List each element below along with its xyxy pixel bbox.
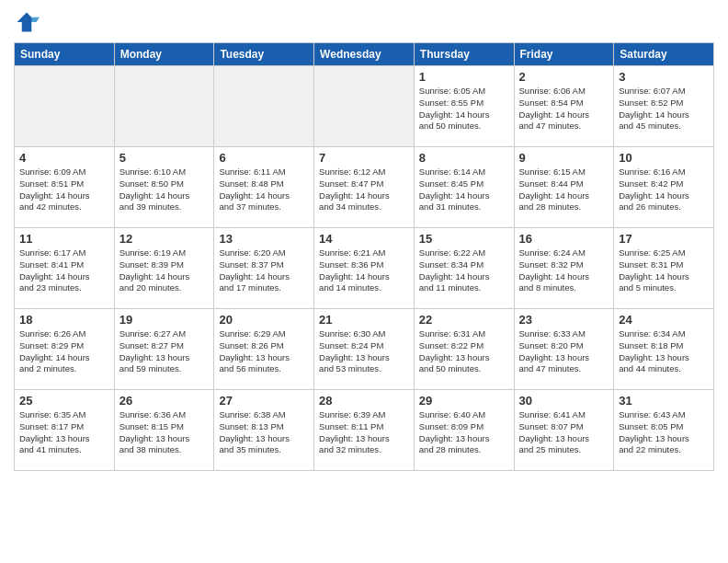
day-number: 11: [19, 232, 109, 246]
day-number: 31: [619, 394, 709, 408]
day-detail: Sunrise: 6:29 AM Sunset: 8:26 PM Dayligh…: [219, 328, 309, 375]
day-number: 15: [419, 232, 509, 246]
calendar-cell: [114, 66, 214, 147]
calendar-cell: 22Sunrise: 6:31 AM Sunset: 8:22 PM Dayli…: [414, 309, 514, 390]
calendar-cell: 29Sunrise: 6:40 AM Sunset: 8:09 PM Dayli…: [414, 390, 514, 471]
calendar-cell: 30Sunrise: 6:41 AM Sunset: 8:07 PM Dayli…: [514, 390, 614, 471]
day-number: 8: [419, 151, 509, 165]
day-detail: Sunrise: 6:05 AM Sunset: 8:55 PM Dayligh…: [419, 86, 509, 132]
calendar-cell: 21Sunrise: 6:30 AM Sunset: 8:24 PM Dayli…: [314, 309, 415, 390]
day-number: 7: [319, 151, 409, 165]
day-detail: Sunrise: 6:11 AM Sunset: 8:48 PM Dayligh…: [219, 167, 309, 213]
day-detail: Sunrise: 6:36 AM Sunset: 8:15 PM Dayligh…: [119, 409, 210, 456]
calendar-cell: 3Sunrise: 6:07 AM Sunset: 8:52 PM Daylig…: [614, 66, 714, 147]
day-detail: Sunrise: 6:27 AM Sunset: 8:27 PM Dayligh…: [119, 328, 210, 375]
day-detail: Sunrise: 6:35 AM Sunset: 8:17 PM Dayligh…: [19, 409, 109, 456]
calendar-cell: 4Sunrise: 6:09 AM Sunset: 8:51 PM Daylig…: [15, 147, 115, 228]
day-number: 26: [119, 394, 210, 408]
day-number: 5: [119, 151, 210, 165]
day-number: 18: [19, 313, 109, 327]
day-number: 14: [319, 232, 409, 246]
calendar-cell: 17Sunrise: 6:25 AM Sunset: 8:31 PM Dayli…: [614, 228, 714, 309]
day-detail: Sunrise: 6:25 AM Sunset: 8:31 PM Dayligh…: [619, 247, 709, 294]
calendar-cell: 1Sunrise: 6:05 AM Sunset: 8:55 PM Daylig…: [414, 66, 514, 147]
day-detail: Sunrise: 6:33 AM Sunset: 8:20 PM Dayligh…: [519, 328, 609, 375]
calendar-cell: [314, 66, 415, 147]
day-number: 25: [19, 394, 109, 408]
page-header: [14, 9, 714, 35]
weekday-header-tuesday: Tuesday: [214, 43, 314, 66]
week-row-1: 1Sunrise: 6:05 AM Sunset: 8:55 PM Daylig…: [15, 66, 714, 147]
calendar-cell: 10Sunrise: 6:16 AM Sunset: 8:42 PM Dayli…: [614, 147, 714, 228]
day-detail: Sunrise: 6:22 AM Sunset: 8:34 PM Dayligh…: [419, 247, 509, 294]
day-detail: Sunrise: 6:10 AM Sunset: 8:50 PM Dayligh…: [119, 167, 210, 213]
day-number: 2: [519, 70, 609, 84]
day-detail: Sunrise: 6:20 AM Sunset: 8:37 PM Dayligh…: [219, 247, 309, 294]
day-number: 27: [219, 394, 309, 408]
day-detail: Sunrise: 6:41 AM Sunset: 8:07 PM Dayligh…: [519, 409, 609, 456]
calendar-cell: 15Sunrise: 6:22 AM Sunset: 8:34 PM Dayli…: [414, 228, 514, 309]
day-number: 9: [519, 151, 609, 165]
calendar-cell: 14Sunrise: 6:21 AM Sunset: 8:36 PM Dayli…: [314, 228, 415, 309]
logo-icon: [14, 9, 40, 35]
day-number: 24: [619, 313, 709, 327]
day-detail: Sunrise: 6:34 AM Sunset: 8:18 PM Dayligh…: [619, 328, 709, 375]
weekday-header-monday: Monday: [114, 43, 214, 66]
day-number: 6: [219, 151, 309, 165]
day-detail: Sunrise: 6:07 AM Sunset: 8:52 PM Dayligh…: [619, 86, 709, 132]
week-row-2: 4Sunrise: 6:09 AM Sunset: 8:51 PM Daylig…: [15, 147, 714, 228]
day-number: 19: [119, 313, 210, 327]
day-number: 13: [219, 232, 309, 246]
logo: [14, 9, 43, 35]
day-detail: Sunrise: 6:14 AM Sunset: 8:45 PM Dayligh…: [419, 167, 509, 213]
calendar-table: SundayMondayTuesdayWednesdayThursdayFrid…: [14, 42, 714, 471]
day-detail: Sunrise: 6:17 AM Sunset: 8:41 PM Dayligh…: [19, 247, 109, 294]
calendar-cell: 18Sunrise: 6:26 AM Sunset: 8:29 PM Dayli…: [15, 309, 115, 390]
week-row-5: 25Sunrise: 6:35 AM Sunset: 8:17 PM Dayli…: [15, 390, 714, 471]
day-number: 4: [19, 151, 109, 165]
weekday-header-sunday: Sunday: [15, 43, 115, 66]
day-detail: Sunrise: 6:40 AM Sunset: 8:09 PM Dayligh…: [419, 409, 509, 456]
weekday-header-thursday: Thursday: [414, 43, 514, 66]
calendar-cell: 11Sunrise: 6:17 AM Sunset: 8:41 PM Dayli…: [15, 228, 115, 309]
calendar-cell: 9Sunrise: 6:15 AM Sunset: 8:44 PM Daylig…: [514, 147, 614, 228]
calendar-cell: 6Sunrise: 6:11 AM Sunset: 8:48 PM Daylig…: [214, 147, 314, 228]
calendar-cell: 31Sunrise: 6:43 AM Sunset: 8:05 PM Dayli…: [614, 390, 714, 471]
day-detail: Sunrise: 6:09 AM Sunset: 8:51 PM Dayligh…: [19, 167, 109, 213]
day-detail: Sunrise: 6:24 AM Sunset: 8:32 PM Dayligh…: [519, 247, 609, 294]
calendar-page: SundayMondayTuesdayWednesdayThursdayFrid…: [0, 0, 728, 563]
calendar-cell: 20Sunrise: 6:29 AM Sunset: 8:26 PM Dayli…: [214, 309, 314, 390]
week-row-3: 11Sunrise: 6:17 AM Sunset: 8:41 PM Dayli…: [15, 228, 714, 309]
day-detail: Sunrise: 6:16 AM Sunset: 8:42 PM Dayligh…: [619, 167, 709, 213]
calendar-cell: 28Sunrise: 6:39 AM Sunset: 8:11 PM Dayli…: [314, 390, 415, 471]
calendar-cell: [15, 66, 115, 147]
calendar-cell: 16Sunrise: 6:24 AM Sunset: 8:32 PM Dayli…: [514, 228, 614, 309]
day-number: 1: [419, 70, 509, 84]
day-detail: Sunrise: 6:39 AM Sunset: 8:11 PM Dayligh…: [319, 409, 409, 456]
day-detail: Sunrise: 6:12 AM Sunset: 8:47 PM Dayligh…: [319, 167, 409, 213]
day-number: 22: [419, 313, 509, 327]
weekday-header-friday: Friday: [514, 43, 614, 66]
day-detail: Sunrise: 6:21 AM Sunset: 8:36 PM Dayligh…: [319, 247, 409, 294]
day-number: 23: [519, 313, 609, 327]
day-detail: Sunrise: 6:06 AM Sunset: 8:54 PM Dayligh…: [519, 86, 609, 132]
day-number: 20: [219, 313, 309, 327]
calendar-cell: 13Sunrise: 6:20 AM Sunset: 8:37 PM Dayli…: [214, 228, 314, 309]
day-number: 28: [319, 394, 409, 408]
day-detail: Sunrise: 6:15 AM Sunset: 8:44 PM Dayligh…: [519, 167, 609, 213]
day-detail: Sunrise: 6:43 AM Sunset: 8:05 PM Dayligh…: [619, 409, 709, 456]
calendar-cell: 26Sunrise: 6:36 AM Sunset: 8:15 PM Dayli…: [114, 390, 214, 471]
calendar-cell: 8Sunrise: 6:14 AM Sunset: 8:45 PM Daylig…: [414, 147, 514, 228]
weekday-header-wednesday: Wednesday: [314, 43, 415, 66]
week-row-4: 18Sunrise: 6:26 AM Sunset: 8:29 PM Dayli…: [15, 309, 714, 390]
calendar-cell: 2Sunrise: 6:06 AM Sunset: 8:54 PM Daylig…: [514, 66, 614, 147]
calendar-cell: 19Sunrise: 6:27 AM Sunset: 8:27 PM Dayli…: [114, 309, 214, 390]
weekday-header-saturday: Saturday: [614, 43, 714, 66]
day-number: 16: [519, 232, 609, 246]
calendar-cell: 12Sunrise: 6:19 AM Sunset: 8:39 PM Dayli…: [114, 228, 214, 309]
day-number: 17: [619, 232, 709, 246]
calendar-cell: 27Sunrise: 6:38 AM Sunset: 8:13 PM Dayli…: [214, 390, 314, 471]
day-number: 21: [319, 313, 409, 327]
day-number: 29: [419, 394, 509, 408]
day-detail: Sunrise: 6:19 AM Sunset: 8:39 PM Dayligh…: [119, 247, 210, 294]
